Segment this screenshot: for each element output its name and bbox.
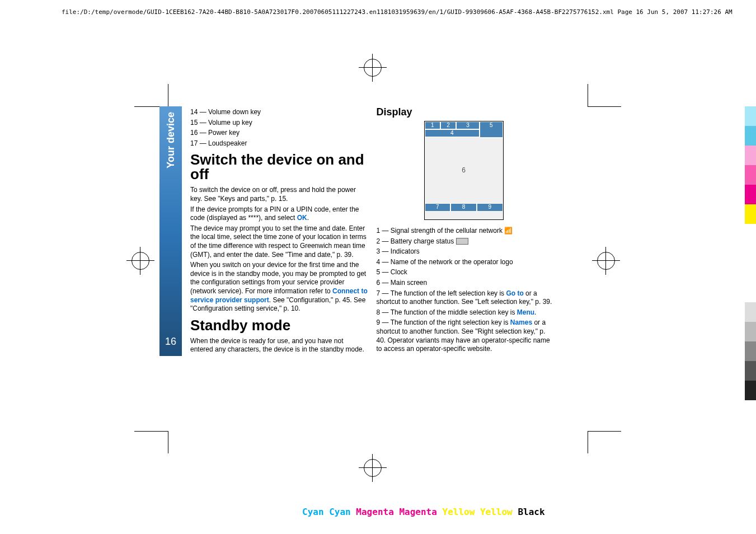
file-path-header: file:/D:/temp/overmode/GUID-1CEEB162-7A2… <box>62 8 732 16</box>
page-content: Your device 16 14 — Volume down key 15 —… <box>159 106 562 356</box>
magenta-label: Magenta <box>356 507 393 517</box>
signal-icon: 📶 <box>504 227 513 236</box>
crop-mark <box>588 431 588 453</box>
diagram-cell-6: 6 <box>425 137 503 203</box>
display-diagram: 1 2 3 5 4 6 7 8 9 <box>424 121 504 220</box>
menu-link: Menu <box>517 308 534 316</box>
color-calibration-bars <box>745 106 756 400</box>
cyan-label-shadow: Cyan <box>329 507 351 517</box>
diagram-cell-2: 2 <box>440 121 456 129</box>
cyan-label: Cyan <box>302 507 324 517</box>
names-link: Names <box>510 318 532 326</box>
registration-mark-bottom <box>364 459 392 487</box>
crop-mark <box>168 84 168 106</box>
display-item-4: 4 — Name of the network or the operator … <box>377 258 555 267</box>
goto-link: Go to <box>506 289 523 297</box>
crop-mark <box>168 431 168 453</box>
display-item-6: 6 — Main screen <box>377 279 555 288</box>
diagram-cell-8: 8 <box>450 203 477 212</box>
right-column: Display 1 2 3 5 4 6 7 8 9 1 <box>377 106 563 356</box>
registration-mark-top <box>364 59 392 87</box>
key-item-16: 16 — Power key <box>190 129 368 138</box>
display-item-9: 9 — The function of the right selection … <box>377 318 555 353</box>
section-sidebar: Your device 16 <box>159 106 182 356</box>
diagram-cell-9: 9 <box>477 203 503 212</box>
diagram-cell-4: 4 <box>425 129 480 137</box>
crop-mark <box>588 431 621 432</box>
crop-mark <box>588 106 621 107</box>
display-item-5: 5 — Clock <box>377 268 555 277</box>
left-column: 14 — Volume down key 15 — Volume up key … <box>190 106 377 356</box>
key-item-17: 17 — Loudspeaker <box>190 139 368 148</box>
registration-mark-right <box>597 252 615 270</box>
battery-icon <box>456 238 468 245</box>
display-item-7: 7 — The function of the left selection k… <box>377 289 555 307</box>
page-number: 16 <box>165 336 176 348</box>
paragraph: When the device is ready for use, and yo… <box>190 337 368 354</box>
diagram-cell-7: 7 <box>425 203 451 212</box>
key-item-14: 14 — Volume down key <box>190 108 368 117</box>
paragraph: To switch the device on or off, press an… <box>190 186 368 203</box>
diagram-cell-1: 1 <box>425 121 440 129</box>
diagram-cell-3: 3 <box>456 121 480 129</box>
paragraph: When you switch on your device for the f… <box>190 261 368 313</box>
registration-mark-left <box>132 252 149 270</box>
heading-display: Display <box>377 106 555 118</box>
display-item-8: 8 — The function of the middle selection… <box>377 308 555 317</box>
display-item-3: 3 — Indicators <box>377 247 555 256</box>
paragraph: The device may prompt you to set the tim… <box>190 224 368 259</box>
key-item-15: 15 — Volume up key <box>190 119 368 128</box>
yellow-label: Yellow <box>443 507 475 517</box>
section-label: Your device <box>165 112 177 168</box>
color-plate-labels: Cyan Cyan Magenta Magenta Yellow Yellow … <box>302 507 545 517</box>
crop-mark <box>134 431 168 432</box>
paragraph: If the device prompts for a PIN or a UPI… <box>190 205 368 223</box>
yellow-label-shadow: Yellow <box>480 507 513 517</box>
magenta-label-shadow: Magenta <box>399 507 436 517</box>
ok-link: OK <box>297 214 307 222</box>
heading-switch-device: Switch the device on and off <box>190 152 368 181</box>
display-item-2: 2 — Battery charge status <box>377 237 555 246</box>
crop-mark <box>588 84 588 106</box>
display-item-1: 1 — Signal strength of the cellular netw… <box>377 227 555 236</box>
black-label: Black <box>518 507 544 517</box>
heading-standby: Standby mode <box>190 318 368 332</box>
